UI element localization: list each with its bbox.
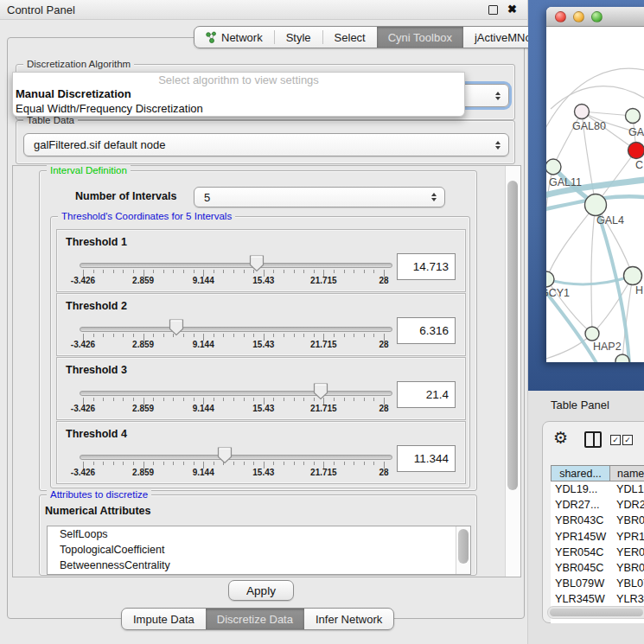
table-hscrollbar-thumb[interactable] <box>550 609 643 616</box>
threshold-label: Threshold 3 <box>66 364 127 376</box>
table-row[interactable]: YER054CYER05 <box>551 545 644 560</box>
network-view-window: GAL80GACGAL11GAL4GCY1HHAP2 <box>546 7 644 362</box>
node-label: C <box>635 159 643 171</box>
threshold-slider-track[interactable] <box>80 455 392 460</box>
dropdown-option[interactable]: Equal Width/Frequency Discretization <box>13 101 464 116</box>
numerical-attributes-list: SelfLoopsTopologicalCoefficientBetweenne… <box>47 526 471 575</box>
threshold-slider-handle[interactable] <box>169 319 184 336</box>
table-row[interactable]: YDL19...YDL19 <box>551 481 644 497</box>
threshold-slider-track[interactable] <box>80 263 392 268</box>
control-panel-titlebar: Control Panel ✖ <box>0 0 527 20</box>
table-data-combo-value: galFiltered.sif default node <box>34 138 165 151</box>
cell-shared-name: YLR345W <box>551 591 609 607</box>
node-label: HAP2 <box>593 341 622 353</box>
combo-arrows-icon <box>495 92 501 100</box>
tab-label: Network <box>221 31 263 44</box>
network-node[interactable] <box>546 271 554 287</box>
column-header-shared-name[interactable]: shared... <box>551 465 609 481</box>
close-traffic-light-icon[interactable] <box>555 11 566 22</box>
gear-icon[interactable]: ⚙ <box>553 427 568 450</box>
threshold-panel: Threshold 1-3.4262.8599.14415.4321.71528 <box>56 229 466 292</box>
node-label: H <box>635 284 643 296</box>
close-icon[interactable]: ✖ <box>507 3 517 16</box>
network-node[interactable] <box>628 143 644 159</box>
interval-definition-group: Interval Definition Number of Intervals … <box>39 170 477 491</box>
number-of-intervals-combo[interactable]: 5 <box>194 187 445 207</box>
network-node[interactable] <box>615 354 629 362</box>
tab-discretize-data[interactable]: Discretize Data <box>206 609 304 629</box>
cell-shared-name: YBL079W <box>551 576 609 591</box>
zoom-traffic-light-icon[interactable] <box>591 11 603 22</box>
tab-select[interactable]: Select <box>323 27 377 48</box>
checkbox-icon[interactable]: ✓ <box>622 435 633 445</box>
cell-shared-name: YBR043C <box>551 513 609 528</box>
threshold-value-field[interactable] <box>397 253 456 280</box>
minimize-traffic-light-icon[interactable] <box>573 11 584 22</box>
cell-name: YDL19 <box>609 481 644 497</box>
network-canvas[interactable]: GAL80GACGAL11GAL4GCY1HHAP2 <box>546 27 644 362</box>
threshold-panel: Threshold 2-3.4262.8599.14415.4321.71528 <box>56 293 466 356</box>
network-node[interactable] <box>626 109 641 124</box>
tab-impute-data[interactable]: Impute Data <box>122 609 206 629</box>
slider-tick-labels: -3.4262.8599.14415.4321.71528 <box>83 468 384 478</box>
network-graph: GAL80GACGAL11GAL4GCY1HHAP2 <box>546 27 644 362</box>
table-toolbar: ⚙ ✓ ✓ <box>543 422 644 456</box>
column-layout-icon[interactable] <box>584 431 602 448</box>
list-scrollbar-track[interactable] <box>456 526 470 574</box>
threshold-label: Threshold 1 <box>66 236 127 248</box>
table-row[interactable]: YLR345WYLR34 <box>551 591 644 607</box>
threshold-label: Threshold 2 <box>66 300 127 312</box>
network-node[interactable] <box>575 105 590 119</box>
list-scrollbar-thumb[interactable] <box>458 529 469 564</box>
slider-tick-labels: -3.4262.8599.14415.4321.71528 <box>83 276 384 286</box>
dropdown-option[interactable]: Manual Discretization <box>13 87 464 102</box>
threshold-slider-handle[interactable] <box>217 447 233 464</box>
table-row[interactable]: YDR27...YDR27 <box>551 497 644 513</box>
algorithm-dropdown-popup: Select algorithm to view settings Manual… <box>12 72 465 117</box>
table-row[interactable]: YBR045CYBR04 <box>551 560 644 576</box>
network-node[interactable] <box>585 194 607 216</box>
threshold-slider-handle[interactable] <box>313 383 328 400</box>
cell-name: YER05 <box>609 545 644 560</box>
network-window-titlebar[interactable] <box>546 7 644 27</box>
node-table: shared...name YDL19...YDL19YDR27...YDR27… <box>551 465 644 623</box>
checkbox-icon[interactable]: ✓ <box>610 435 621 445</box>
dropdown-prompt: Select algorithm to view settings <box>13 73 464 87</box>
threshold-slider-track[interactable] <box>80 327 392 332</box>
threshold-slider-handle[interactable] <box>249 255 265 272</box>
attribute-list-item[interactable]: SelfLoops <box>48 526 470 542</box>
threshold-slider-track[interactable] <box>80 391 392 396</box>
apply-button[interactable]: Apply <box>228 580 294 601</box>
cell-name: YBR04 <box>609 560 644 576</box>
tab-infer-network[interactable]: Infer Network <box>304 609 393 629</box>
table-hscrollbar-track[interactable] <box>547 606 644 619</box>
threshold-value-field[interactable] <box>397 445 456 472</box>
attribute-list-item[interactable]: BetweennessCentrality <box>48 558 470 573</box>
threshold-panel: Threshold 3-3.4262.8599.14415.4321.71528 <box>56 357 466 420</box>
network-node[interactable] <box>546 159 561 175</box>
network-node[interactable] <box>585 327 599 341</box>
threshold-value-field[interactable] <box>397 381 456 408</box>
slider-tick-labels: -3.4262.8599.14415.4321.71528 <box>83 404 384 414</box>
float-window-icon[interactable] <box>488 5 498 15</box>
column-header-name[interactable]: name <box>609 465 644 481</box>
settings-scrollbar-track[interactable] <box>505 166 520 577</box>
tab-cyni-toolbox[interactable]: Cyni Toolbox <box>377 27 463 48</box>
table-data-combo[interactable]: galFiltered.sif default node <box>23 133 509 156</box>
threshold-value-field[interactable] <box>397 317 456 344</box>
node-label: GAL80 <box>572 120 606 132</box>
screen: Control Panel ✖ NetworkStyleSelectCyni T… <box>0 0 644 644</box>
attribute-list-item[interactable]: TopologicalCoefficient <box>48 542 470 558</box>
table-row[interactable]: YBL079WYBL07 <box>551 576 644 591</box>
network-node[interactable] <box>624 267 642 285</box>
tab-label: Infer Network <box>316 613 382 626</box>
table-row[interactable]: YPR145WYPR14 <box>551 529 644 545</box>
settings-scrollbar-thumb[interactable] <box>507 181 518 490</box>
control-panel-title: Control Panel <box>7 3 75 16</box>
table-row[interactable]: YBR043CYBR04 <box>551 513 644 528</box>
threshold-panel: Threshold 4-3.4262.8599.14415.4321.71528 <box>56 421 466 484</box>
settings-scroll-pane: Interval Definition Number of Intervals … <box>12 165 521 577</box>
combo-arrows-icon <box>495 141 501 150</box>
tab-network[interactable]: Network <box>194 27 274 48</box>
tab-style[interactable]: Style <box>275 27 322 48</box>
